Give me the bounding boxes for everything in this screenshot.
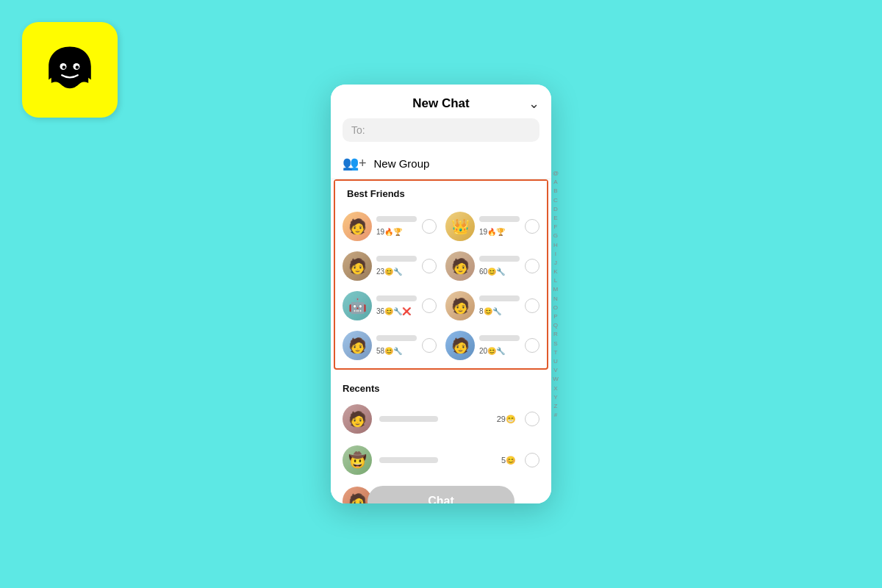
alpha-letter[interactable]: N (553, 295, 558, 303)
list-item[interactable]: 🤖 36😊🔧❌ (338, 286, 441, 326)
avatar: 👑 (445, 212, 475, 241)
avatar: 🧑 (343, 251, 372, 281)
alpha-letter[interactable]: A (553, 178, 557, 186)
friend-select-circle[interactable] (525, 298, 539, 313)
list-item[interactable]: 🧑 19🔥🏆 (338, 207, 441, 246)
alpha-letter[interactable]: H (553, 240, 558, 248)
friend-select-circle[interactable] (422, 338, 437, 353)
svg-point-3 (76, 65, 79, 69)
list-item[interactable]: 🧑 20😊🔧 (441, 326, 544, 365)
alpha-letter[interactable]: S (553, 339, 557, 347)
friend-name-bar (376, 216, 417, 222)
friend-select-circle[interactable] (422, 219, 437, 234)
recent-score: 5😊 (501, 456, 516, 465)
alpha-letter[interactable]: C (553, 196, 558, 204)
friend-score: 60😊🔧 (479, 268, 505, 276)
new-group-row[interactable]: 👥+ New Group (331, 148, 551, 179)
alpha-letter[interactable]: J (554, 259, 557, 267)
list-item[interactable]: 🧑 58😊🔧 (338, 326, 441, 365)
friend-select-circle[interactable] (422, 259, 437, 273)
friend-info: 19🔥🏆 (479, 216, 525, 237)
alpha-letter[interactable]: P (553, 312, 557, 320)
recent-info (379, 416, 497, 422)
snapchat-logo (22, 22, 118, 118)
alpha-letter[interactable]: F (553, 223, 557, 231)
friend-score: 19🔥🏆 (479, 228, 505, 236)
chevron-down-icon[interactable]: ⌄ (528, 96, 539, 112)
avatar: 🤖 (343, 291, 372, 320)
list-item[interactable]: 👑 19🔥🏆 (441, 207, 544, 246)
friend-select-circle[interactable] (525, 259, 539, 273)
friend-score: 19🔥🏆 (376, 228, 402, 236)
list-item[interactable]: 🧑 60😊🔧 (441, 246, 544, 286)
alpha-letter[interactable]: Z (553, 402, 557, 410)
avatar: 🧑 (343, 404, 372, 434)
recent-score: 29😁 (497, 415, 516, 424)
alpha-letter[interactable]: # (554, 411, 557, 419)
new-group-icon: 👥+ (343, 155, 367, 171)
alphabet-index[interactable]: @ABCDEFGHIJKLMNOPQRSTUVWXYZ# (553, 169, 559, 419)
phone-container: New Chat ⌄ To: 👥+ New Group Best Friends… (331, 85, 551, 503)
friend-info: 36😊🔧❌ (376, 295, 422, 317)
alpha-letter[interactable]: V (553, 366, 557, 374)
svg-point-2 (62, 65, 66, 69)
friend-score: 23😊🔧 (376, 268, 402, 276)
alpha-letter[interactable]: D (553, 205, 558, 213)
friend-score: 8😊🔧 (479, 307, 501, 315)
to-field[interactable]: To: (343, 118, 539, 142)
alpha-letter[interactable]: L (554, 276, 557, 284)
friend-name-bar (479, 335, 520, 341)
alpha-letter[interactable]: O (553, 304, 558, 312)
recents-header: Recents (331, 376, 551, 398)
friend-select-circle[interactable] (422, 298, 437, 313)
alpha-letter[interactable]: @ (553, 169, 559, 177)
alpha-letter[interactable]: T (553, 348, 557, 356)
friend-name-bar (479, 295, 520, 301)
recents-section: Recents 🧑 29😁 🤠 5😊 (331, 376, 551, 503)
avatar: 🧑 (445, 331, 475, 360)
friend-select-circle[interactable] (525, 338, 539, 353)
best-friends-grid: 🧑 19🔥🏆 👑 19🔥🏆 (335, 204, 547, 368)
alphabet-index[interactable] (548, 339, 551, 345)
list-item[interactable]: 🧑 29😁 (331, 398, 551, 440)
friend-name-bar (376, 256, 417, 262)
list-item[interactable]: 🧑 Chat (331, 481, 551, 503)
recent-select-circle[interactable] (525, 453, 539, 467)
friend-name-bar (376, 295, 417, 301)
alpha-letter[interactable]: R (553, 330, 558, 338)
best-friends-section: Best Friends 🧑 19🔥🏆 👑 19🔥🏆 (334, 179, 548, 370)
list-item[interactable]: 🤠 5😊 (331, 440, 551, 481)
alpha-letter[interactable]: W (553, 375, 559, 383)
friend-name-bar (479, 256, 520, 262)
avatar: 🤠 (343, 445, 372, 475)
friend-info: 58😊🔧 (376, 335, 422, 356)
recent-right: 29😁 (497, 412, 539, 426)
alpha-letter[interactable]: U (553, 357, 558, 365)
best-friends-header: Best Friends (335, 181, 547, 204)
avatar: 🧑 (445, 251, 475, 281)
friend-select-circle[interactable] (525, 219, 539, 234)
list-item[interactable]: 🧑 8😊🔧 (441, 286, 544, 326)
alpha-letter[interactable]: M (553, 285, 559, 293)
app-header: New Chat ⌄ (331, 85, 551, 118)
avatar: 🧑 (343, 212, 372, 241)
alpha-letter[interactable]: B (553, 187, 557, 195)
avatar: 🧑 (445, 291, 475, 320)
alpha-letter[interactable]: Q (553, 321, 558, 329)
alpha-letter[interactable]: X (553, 384, 557, 392)
friend-info: 23😊🔧 (376, 256, 422, 277)
alpha-letter[interactable]: I (555, 250, 556, 258)
list-item[interactable]: 🧑 23😊🔧 (338, 246, 441, 286)
friend-score: 20😊🔧 (479, 347, 505, 355)
friend-score: 58😊🔧 (376, 347, 402, 355)
friend-score: 36😊🔧❌ (376, 307, 411, 315)
alpha-letter[interactable]: Y (553, 393, 557, 401)
scroll-content[interactable]: Best Friends 🧑 19🔥🏆 👑 19🔥🏆 (331, 179, 551, 503)
alpha-letter[interactable]: G (553, 232, 558, 240)
recent-select-circle[interactable] (525, 412, 539, 426)
to-label: To: (351, 124, 365, 136)
chat-button[interactable]: Chat (368, 486, 514, 503)
alpha-letter[interactable]: K (553, 268, 557, 276)
header-title: New Chat (412, 96, 469, 111)
alpha-letter[interactable]: E (553, 214, 557, 222)
